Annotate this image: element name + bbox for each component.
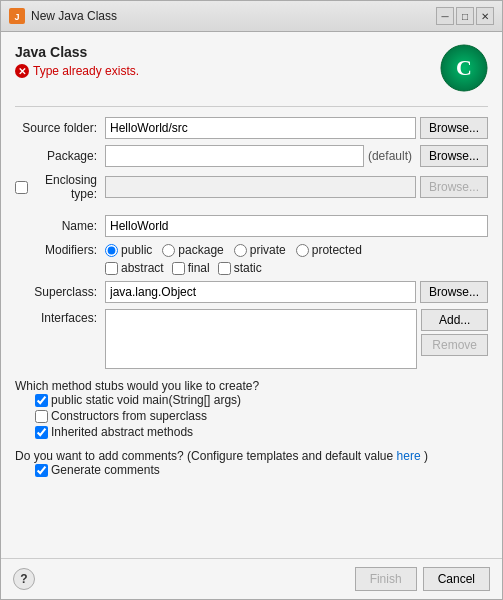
modifier-protected-radio[interactable] <box>296 244 309 257</box>
stub-inherited-label: Inherited abstract methods <box>51 425 193 439</box>
modifier-final-label[interactable]: final <box>172 261 210 275</box>
svg-text:J: J <box>14 12 19 22</box>
package-default-badge: (default) <box>368 149 412 163</box>
stub-constructors-checkbox[interactable] <box>35 410 48 423</box>
modifier-protected-label[interactable]: protected <box>296 243 362 257</box>
title-bar-left: J New Java Class <box>9 8 117 24</box>
bottom-buttons: Finish Cancel <box>355 567 490 591</box>
header-left: Java Class ✕ Type already exists. <box>15 44 139 78</box>
source-folder-label: Source folder: <box>15 121 105 135</box>
stub-constructors-label: Constructors from superclass <box>51 409 207 423</box>
package-browse-button[interactable]: Browse... <box>420 145 488 167</box>
enclosing-type-checkbox-label[interactable]: Enclosing type: <box>15 173 105 201</box>
source-folder-browse-button[interactable]: Browse... <box>420 117 488 139</box>
modifiers-radio-group: public package private protected <box>105 243 362 257</box>
stub-main-checkbox[interactable] <box>35 394 48 407</box>
modifier-public-text: public <box>121 243 152 257</box>
title-bar: J New Java Class ─ □ ✕ <box>1 1 502 32</box>
modifier-private-label[interactable]: private <box>234 243 286 257</box>
enclosing-type-checkbox[interactable] <box>15 181 28 194</box>
generate-comments-label: Generate comments <box>51 463 160 477</box>
modifier-static-text: static <box>234 261 262 275</box>
stubs-section: Which method stubs would you like to cre… <box>15 379 488 441</box>
modifiers-label: Modifiers: <box>15 243 105 257</box>
error-message: Type already exists. <box>33 64 139 78</box>
modifier-abstract-checkbox[interactable] <box>105 262 118 275</box>
interfaces-label: Interfaces: <box>15 309 105 325</box>
comments-row: Generate comments <box>35 463 488 477</box>
superclass-row: Superclass: Browse... <box>15 281 488 303</box>
interfaces-remove-button[interactable]: Remove <box>421 334 488 356</box>
comments-link[interactable]: here <box>397 449 421 463</box>
intellij-logo: C <box>440 44 488 92</box>
modifier-private-text: private <box>250 243 286 257</box>
header-divider <box>15 106 488 107</box>
enclosing-type-row: Enclosing type: Browse... <box>15 173 488 201</box>
superclass-browse-button[interactable]: Browse... <box>420 281 488 303</box>
title-bar-controls: ─ □ ✕ <box>436 7 494 25</box>
minimize-button[interactable]: ─ <box>436 7 454 25</box>
superclass-input[interactable] <box>105 281 416 303</box>
interfaces-buttons: Add... Remove <box>421 309 488 356</box>
comments-title: Do you want to add comments? (Configure … <box>15 449 428 463</box>
error-row: ✕ Type already exists. <box>15 64 139 78</box>
cancel-button[interactable]: Cancel <box>423 567 490 591</box>
modifier-package-label[interactable]: package <box>162 243 223 257</box>
bottom-bar: ? Finish Cancel <box>1 558 502 599</box>
modifier-abstract-label[interactable]: abstract <box>105 261 164 275</box>
maximize-button[interactable]: □ <box>456 7 474 25</box>
comments-section: Do you want to add comments? (Configure … <box>15 449 488 477</box>
package-row: Package: (default) Browse... <box>15 145 488 167</box>
modifier-final-checkbox[interactable] <box>172 262 185 275</box>
error-icon: ✕ <box>15 64 29 78</box>
interfaces-add-button[interactable]: Add... <box>421 309 488 331</box>
comments-title-text: Do you want to add comments? (Configure … <box>15 449 393 463</box>
stubs-title: Which method stubs would you like to cre… <box>15 379 259 393</box>
source-folder-input[interactable] <box>105 117 416 139</box>
dialog-title: Java Class <box>15 44 139 60</box>
modifier-abstract-text: abstract <box>121 261 164 275</box>
help-button[interactable]: ? <box>13 568 35 590</box>
java-icon: J <box>9 8 25 24</box>
enclosing-type-input[interactable] <box>105 176 416 198</box>
modifier-protected-text: protected <box>312 243 362 257</box>
modifier-package-radio[interactable] <box>162 244 175 257</box>
svg-text:C: C <box>456 55 472 80</box>
modifier-private-radio[interactable] <box>234 244 247 257</box>
stub-row-1: Constructors from superclass <box>35 409 488 423</box>
generate-comments-checkbox[interactable] <box>35 464 48 477</box>
interfaces-textarea[interactable] <box>105 309 417 369</box>
modifier-static-checkbox[interactable] <box>218 262 231 275</box>
stub-main-label: public static void main(String[] args) <box>51 393 241 407</box>
modifier-static-label[interactable]: static <box>218 261 262 275</box>
finish-button[interactable]: Finish <box>355 567 417 591</box>
modifiers-row: Modifiers: public package private protec… <box>15 243 488 257</box>
modifier-public-label[interactable]: public <box>105 243 152 257</box>
modifier-package-text: package <box>178 243 223 257</box>
package-label: Package: <box>15 149 105 163</box>
modifier-public-radio[interactable] <box>105 244 118 257</box>
stub-row-0: public static void main(String[] args) <box>35 393 488 407</box>
title-bar-title: New Java Class <box>31 9 117 23</box>
dialog-window: J New Java Class ─ □ ✕ Java Class ✕ Type… <box>0 0 503 600</box>
close-button[interactable]: ✕ <box>476 7 494 25</box>
dialog-content: Java Class ✕ Type already exists. C <box>1 32 502 558</box>
name-row: Name: <box>15 215 488 237</box>
package-input[interactable] <box>105 145 364 167</box>
enclosing-type-label: Enclosing type: <box>31 173 97 201</box>
source-folder-row: Source folder: Browse... <box>15 117 488 139</box>
name-input[interactable] <box>105 215 488 237</box>
stub-row-2: Inherited abstract methods <box>35 425 488 439</box>
modifier-extra-group: abstract final static <box>105 261 488 275</box>
enclosing-type-browse-button[interactable]: Browse... <box>420 176 488 198</box>
name-label: Name: <box>15 219 105 233</box>
superclass-label: Superclass: <box>15 285 105 299</box>
comments-title-end: ) <box>424 449 428 463</box>
modifier-final-text: final <box>188 261 210 275</box>
interfaces-row: Interfaces: Add... Remove <box>15 309 488 369</box>
header-section: Java Class ✕ Type already exists. C <box>15 44 488 92</box>
stub-inherited-checkbox[interactable] <box>35 426 48 439</box>
